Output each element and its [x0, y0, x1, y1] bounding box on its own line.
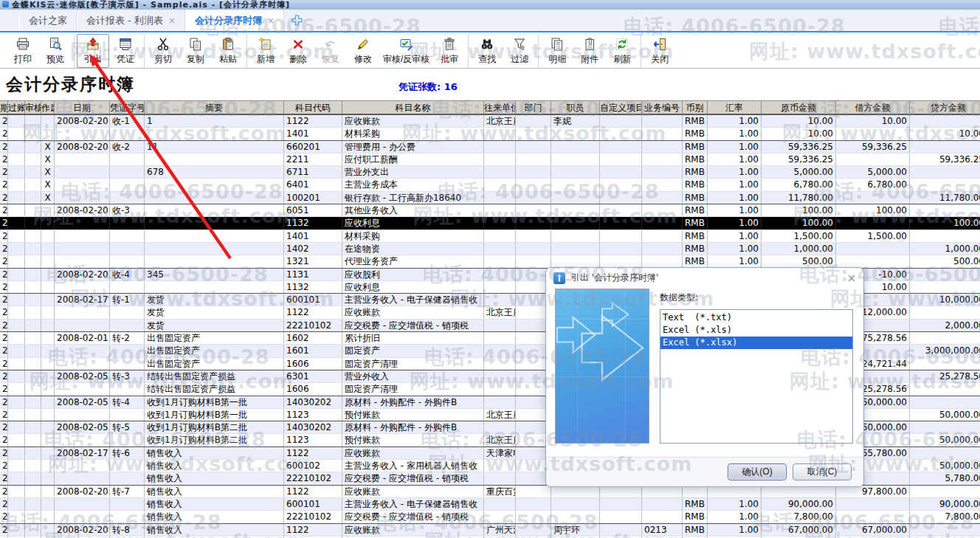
column-header-c[interactable]: 科目代码 [284, 100, 342, 114]
undo-icon [323, 37, 338, 52]
cell-cur: RMB [683, 141, 708, 153]
cell-d: 2008-02-17 [55, 447, 110, 459]
table-row[interactable]: 21401材料采购RMB1.0010.0010.00 [0, 127, 980, 139]
column-header-dp[interactable]: 部门 [516, 100, 551, 114]
table-row[interactable]: 2销售收入22210102应交税费 - 应交增值税 - 销项税RMB1.007,… [0, 510, 980, 523]
cell-gz [8, 179, 25, 190]
toolbar-button-cut[interactable]: 剪切 [147, 34, 179, 68]
cell-rt: 1.00 [708, 243, 762, 255]
table-row[interactable]: 2X2008-02-20收-211660201管理费用 - 办公费RMB1.00… [0, 140, 980, 153]
cell-s: 收到1月订购材料B第二批 [145, 434, 284, 446]
tab-3[interactable]: 会计分录序时簿× [185, 10, 284, 31]
cell-s: 销售收入 [145, 511, 284, 523]
cell-zf [41, 269, 55, 280]
page-title: 会计分录序时簿 [6, 73, 135, 96]
cell-v [110, 472, 145, 484]
cell-am: 10.00 [762, 115, 836, 127]
cell-sh [25, 294, 41, 306]
table-row[interactable]: 21402在途物资RMB1.001,000.001,000.00 [0, 242, 980, 255]
column-header-d[interactable]: 日期 [55, 100, 110, 114]
data-type-option[interactable]: Excel (*.xlsx) [660, 337, 852, 349]
export-icon [86, 37, 100, 52]
confirm-button[interactable]: 确认(O) [728, 463, 787, 480]
data-type-option[interactable]: Text (*.txt) [660, 311, 852, 324]
toolbar-button-batch-approve[interactable]: 批审 [433, 34, 466, 68]
tab-close-icon[interactable]: × [168, 15, 176, 26]
column-header-cr[interactable]: 贷方金额 [910, 100, 980, 114]
cell-gz [8, 128, 25, 139]
table-row[interactable]: 2销售收入600101主营业务收入 - 电子保健器销售收RMB1.0090,00… [0, 497, 980, 510]
cell-c: 1321 [284, 255, 342, 267]
toolbar-button-copy[interactable]: 复制 [179, 34, 212, 68]
toolbar-button-refresh[interactable]: 刷新 [606, 34, 638, 68]
cell-u [484, 396, 516, 408]
column-header-sh[interactable]: 审核 [25, 100, 41, 114]
column-header-v[interactable]: 凭证字号 [110, 100, 145, 114]
column-header-u[interactable]: 往来单位 [484, 100, 516, 114]
toolbar-button-detail[interactable]: 明细 [541, 34, 573, 68]
new-tab-icon[interactable] [291, 10, 303, 31]
cell-d [55, 306, 110, 318]
table-row[interactable]: 22008-02-20转-8销售收入1122应收账款广州天河城周宇环0213RM… [0, 523, 980, 536]
cell-v [110, 498, 145, 510]
column-header-gz[interactable]: 过账 [8, 100, 25, 114]
toolbar-button-delete[interactable]: 删除 [282, 34, 314, 68]
cell-gz [8, 409, 25, 421]
toolbar-button-find[interactable]: 查找 [471, 34, 503, 68]
tab-2[interactable]: 会计报表 - 利润表× [77, 10, 185, 31]
toolbar-button-paste[interactable]: 粘贴 [212, 34, 244, 68]
column-header-zf[interactable]: 作废 [41, 100, 55, 114]
column-header-n[interactable]: 科目名称 [342, 100, 484, 114]
data-type-option[interactable]: Excel (*.xls) [660, 324, 852, 337]
cell-u: 北京王府井 [484, 115, 516, 127]
cell-p: 2 [0, 524, 8, 536]
cell-zf [41, 358, 55, 370]
toolbar-button-voucher[interactable]: 凭证 [109, 34, 142, 68]
cell-d: 2008-02-20 [55, 524, 110, 536]
cell-v [110, 383, 145, 395]
cell-zf [41, 243, 55, 255]
cell-sh [25, 421, 41, 433]
table-row[interactable]: 22008-02-20收-36051其他业务收入RMB1.00100.00100… [0, 204, 980, 216]
table-row[interactable]: 21321代理业务资产RMB1.00500.00500.00 [0, 255, 980, 267]
column-header-st[interactable]: 职员 [551, 100, 600, 114]
table-row[interactable]: 21132应收利息RMB1.00100.00100.00 [0, 216, 980, 229]
table-row[interactable]: 21401材料采购RMB1.001,500.001,500.00 [0, 230, 980, 242]
toolbar-button-approve[interactable]: 审核/反审核 [379, 34, 433, 68]
toolbar-button-printer[interactable]: 打印 [7, 34, 39, 68]
table-row[interactable]: 2X6786711营业外支出RMB1.005,000.005,000.00 [0, 165, 980, 178]
approve-icon [399, 37, 414, 52]
table-row[interactable]: 22008-02-20收-111122应收账款北京王府井李妮RMB1.0010.… [0, 114, 980, 127]
toolbar-button-exit[interactable]: 关闭 [643, 34, 676, 68]
cell-d [55, 358, 110, 370]
toolbar-button-export[interactable]: 引出 [77, 34, 109, 68]
table-row[interactable]: 2X6401主营业务成本RMB1.006,780.006,780.00 [0, 178, 980, 190]
cancel-button[interactable]: 取消(C) [793, 463, 852, 480]
column-header-bn[interactable]: 业务编号 [642, 100, 683, 114]
table-row[interactable]: 2X2211应付职工薪酬RMB1.0059,336.2559,336.25 [0, 153, 980, 165]
column-header-db[interactable]: 借方金额 [836, 100, 910, 114]
column-header-s[interactable]: 摘要 [145, 100, 284, 114]
toolbar-button-new[interactable]: 新增 [249, 34, 282, 68]
dialog-titlebar[interactable]: 引出 '会计分录序时簿' × [546, 268, 863, 288]
column-header-cu[interactable]: 自定义项目 [600, 100, 642, 114]
table-row[interactable]: 2X100201银行存款 - 工行高新办18640RMB1.0011,780.0… [0, 191, 980, 204]
column-header-rt[interactable]: 汇率 [708, 100, 762, 114]
toolbar-button-preview[interactable]: 预览 [39, 34, 72, 68]
column-header-am[interactable]: 原币金额 [762, 100, 836, 114]
column-header-cur[interactable]: 币别 [683, 100, 708, 114]
cell-cur: RMB [683, 128, 708, 139]
cell-sh [25, 269, 41, 280]
toolbar-button-filter[interactable]: 过滤 [503, 34, 536, 68]
column-header-p[interactable]: 期间 [0, 100, 8, 114]
toolbar-button-attachment[interactable]: 附件 [573, 34, 606, 68]
cell-dp [516, 166, 551, 178]
toolbar-button-undo[interactable]: 恢复 [314, 34, 347, 68]
tab-close-icon[interactable]: × [267, 15, 275, 26]
data-type-listbox[interactable]: Text (*.txt)Excel (*.xls)Excel (*.xlsx) [660, 309, 853, 444]
cell-am: 11,780.00 [762, 192, 836, 204]
toolbar-button-edit[interactable]: 修改 [347, 34, 379, 68]
close-icon[interactable]: × [846, 272, 856, 285]
tab-1[interactable]: 会计之家 [19, 10, 77, 31]
cell-cr [910, 524, 980, 536]
